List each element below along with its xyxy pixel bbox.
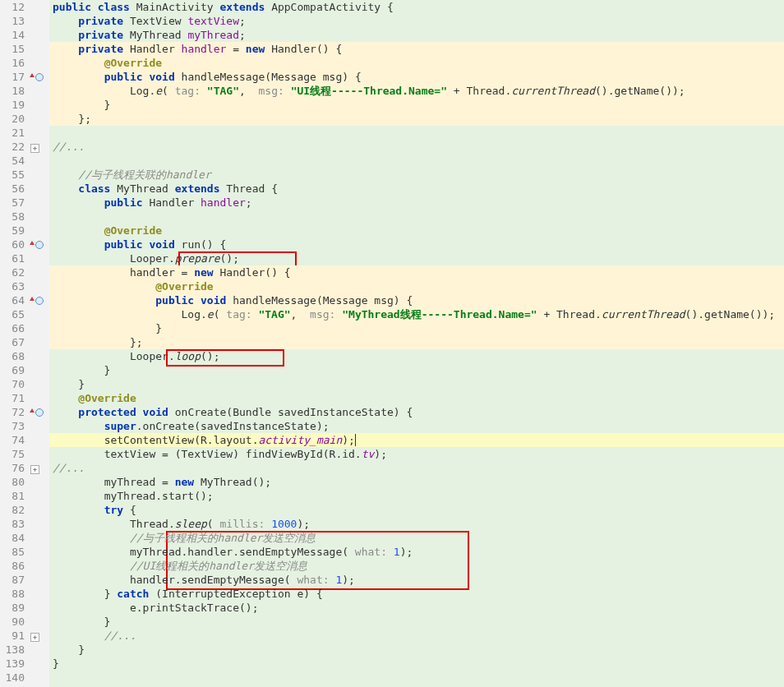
code-line[interactable]: public void run() { [49,237,784,251]
code-line[interactable]: private Handler handler = new Handler() … [49,42,784,56]
code-line[interactable]: } [49,321,784,335]
code-line[interactable]: }; [49,112,784,126]
code-line[interactable]: @Override [49,391,784,405]
code-line[interactable]: handler.sendEmptyMessage( what: 1); [49,573,784,587]
code-line[interactable]: myThread.handler.sendEmptyMessage( what:… [49,545,784,559]
gutter-marks: + + + [28,0,49,687]
code-line[interactable]: public void handleMessage(Message msg) { [49,70,784,84]
code-line[interactable] [49,126,784,140]
code-line-folded[interactable]: //... [49,140,784,154]
code-line[interactable]: class MyThread extends Thread { [49,182,784,196]
override-marker-icon[interactable] [28,405,49,419]
code-line[interactable]: } [49,657,784,671]
code-line[interactable]: Log.e( tag: "TAG", msg: "MyThread线程-----… [49,307,784,321]
line-number-gutter: 12 13 14 15 16 17 18 19 20 21 22 54 55 5… [0,0,28,687]
code-line[interactable]: textView = (TextView) findViewById(R.id.… [49,447,784,461]
code-line[interactable]: myThread.start(); [49,489,784,503]
code-line[interactable]: }; [49,335,784,349]
code-line[interactable]: //与子线程相关的handler发送空消息 [49,531,784,545]
code-line[interactable]: public Handler handler; [49,196,784,210]
code-line[interactable]: public class MainActivity extends AppCom… [49,0,784,14]
code-line[interactable]: } [49,377,784,391]
code-line[interactable]: protected void onCreate(Bundle savedInst… [49,405,784,419]
code-line[interactable] [49,154,784,168]
code-line[interactable]: } [49,643,784,657]
fold-toggle[interactable]: + [30,144,39,153]
code-line-folded[interactable]: //... [49,629,784,643]
fold-toggle[interactable]: + [30,633,39,642]
code-line[interactable]: //UI线程相关的handler发送空消息 [49,559,784,573]
fold-toggle[interactable]: + [30,465,39,474]
override-marker-icon[interactable] [28,293,49,307]
code-line[interactable]: myThread = new MyThread(); [49,475,784,489]
code-line[interactable]: } [49,615,784,629]
code-line[interactable]: super.onCreate(savedInstanceState); [49,419,784,433]
code-line[interactable]: private TextView textView; [49,14,784,28]
code-line[interactable]: @Override [49,56,784,70]
code-line[interactable]: @Override [49,224,784,237]
code-line[interactable]: private MyThread myThread; [49,28,784,42]
code-line[interactable]: Looper.loop(); [49,349,784,363]
code-line[interactable]: } [49,363,784,377]
code-area[interactable]: public class MainActivity extends AppCom… [49,0,784,687]
code-line-current[interactable]: setContentView(R.layout.activity_main); [49,433,784,447]
code-line[interactable] [49,671,784,685]
code-line[interactable]: Looper.prepare(); [49,251,784,265]
override-marker-icon[interactable] [28,70,49,84]
caret [355,434,356,446]
code-line[interactable]: @Override [49,279,784,293]
code-line-folded[interactable]: //... [49,461,784,475]
code-line[interactable]: Thread.sleep( millis: 1000); [49,517,784,531]
code-editor[interactable]: 12 13 14 15 16 17 18 19 20 21 22 54 55 5… [0,0,784,687]
code-line[interactable] [49,210,784,224]
code-line[interactable]: e.printStackTrace(); [49,601,784,615]
code-line[interactable]: } catch (InterruptedException e) { [49,587,784,601]
code-line[interactable]: try { [49,503,784,517]
code-line[interactable]: } [49,98,784,112]
override-marker-icon[interactable] [28,237,49,251]
code-line[interactable]: public void handleMessage(Message msg) { [49,293,784,307]
code-line[interactable]: //与子线程关联的handler [49,168,784,182]
code-line[interactable]: handler = new Handler() { [49,265,784,279]
code-line[interactable]: Log.e( tag: "TAG", msg: "UI线程-----Thread… [49,84,784,98]
